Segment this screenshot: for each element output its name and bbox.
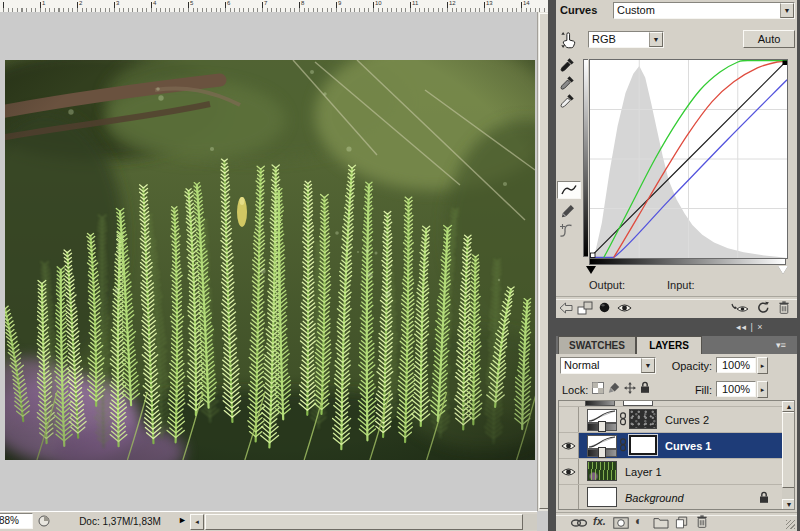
eye-icon <box>561 467 576 477</box>
layer-name[interactable]: Layer 1 <box>625 466 662 478</box>
visibility-toggle[interactable] <box>559 407 579 432</box>
targeted-adjustment-tool[interactable] <box>558 30 578 50</box>
edit-points-tool[interactable] <box>557 181 581 199</box>
black-point-eyedropper-icon[interactable] <box>559 57 575 73</box>
horizontal-scrollbar[interactable] <box>205 514 537 530</box>
ruler-number: 7 <box>264 0 267 6</box>
layer-name[interactable]: Curves 2 <box>665 414 709 426</box>
eye-icon <box>561 441 576 451</box>
fill-spinner[interactable]: ▸ <box>757 381 768 398</box>
auto-button-label: Auto <box>758 33 781 45</box>
layers-scroll-down[interactable]: ▼ <box>782 499 795 510</box>
layer-mask-link-icon[interactable] <box>619 412 627 426</box>
chevron-down-icon[interactable]: ▼ <box>649 32 663 47</box>
layer-thumbnail[interactable] <box>587 487 617 507</box>
tab-swatches-label: SWATCHES <box>569 340 625 351</box>
layers-scrollbar-thumb[interactable] <box>782 412 795 488</box>
new-adjustment-layer-button[interactable]: ◐ <box>635 514 642 528</box>
lock-label: Lock: <box>562 384 588 396</box>
layers-list: Curves 2 Curves 1 <box>558 400 795 510</box>
layer-style-button[interactable]: fx. <box>593 515 606 527</box>
visibility-eye-icon[interactable] <box>617 303 632 313</box>
curves-preset-select[interactable]: Custom ▼ <box>613 2 795 19</box>
highlight-input-slider[interactable] <box>778 266 788 274</box>
panel-resize-grip[interactable] <box>786 520 795 529</box>
new-layer-button[interactable] <box>675 516 688 529</box>
status-bar: 88% Doc: 1,37M/1,83M ► ◂ <box>0 511 537 531</box>
input-gradient-ramp <box>589 258 786 265</box>
layer-lock-icon <box>759 491 769 504</box>
new-group-button[interactable] <box>653 517 669 529</box>
add-layer-mask-button[interactable] <box>613 517 629 529</box>
document-canvas-image[interactable] <box>5 60 535 460</box>
layer-row-curves-1[interactable]: Curves 1 <box>559 433 782 459</box>
smooth-curve-tool[interactable] <box>558 223 574 237</box>
fill-field[interactable]: 100% <box>716 381 756 397</box>
ruler-number: 13 <box>486 0 493 6</box>
auto-button[interactable]: Auto <box>743 30 795 48</box>
view-previous-state-button[interactable] <box>731 301 749 313</box>
white-point-eyedropper-icon[interactable] <box>559 93 575 109</box>
ruler-number: 1 <box>42 0 45 6</box>
horizontal-scrollbar-thumb[interactable] <box>205 514 523 530</box>
chevron-down-icon[interactable]: ▼ <box>780 3 794 18</box>
lock-transparency-icon[interactable] <box>592 382 604 394</box>
hscroll-left-button[interactable]: ◂ <box>190 514 204 530</box>
lock-all-icon[interactable] <box>640 381 650 394</box>
ruler-number: 2 <box>79 0 82 6</box>
layer-row-layer-1[interactable]: Layer 1 <box>559 459 782 485</box>
ruler-number: 4 <box>153 0 156 6</box>
toggle-layer-visibility-button[interactable] <box>599 302 610 313</box>
layers-scroll-up[interactable]: ▲ <box>782 401 795 412</box>
blend-mode-value: Normal <box>561 358 641 373</box>
return-to-adjustment-list-button[interactable] <box>559 302 573 314</box>
layer-name[interactable]: Background <box>625 492 684 504</box>
layer-row-background[interactable]: Background <box>559 485 782 510</box>
output-label: Output: <box>589 279 625 291</box>
status-menu-arrow[interactable]: ► <box>178 515 187 525</box>
chevron-down-icon[interactable]: ▼ <box>641 358 655 373</box>
opacity-field[interactable]: 100% <box>716 357 756 373</box>
clip-to-layer-button[interactable] <box>577 301 593 315</box>
layer-name[interactable]: Curves 1 <box>665 440 711 452</box>
visibility-toggle[interactable] <box>559 433 579 458</box>
tab-swatches[interactable]: SWATCHES <box>558 336 636 354</box>
blend-mode-select[interactable]: Normal ▼ <box>560 357 656 374</box>
layer-thumbnail[interactable] <box>587 461 617 481</box>
layer-mask-thumbnail[interactable] <box>629 435 657 455</box>
lock-paint-icon[interactable] <box>608 382 620 394</box>
doc-size-readout: Doc: 1,37M/1,83M <box>60 516 180 527</box>
layers-scrollbar[interactable]: ▲ ▼ <box>782 401 795 510</box>
ruler-number: 3 <box>116 0 119 6</box>
visibility-toggle[interactable] <box>559 485 579 510</box>
panel-group-controls[interactable]: ◂◂ | × <box>736 322 764 332</box>
channel-select[interactable]: RGB ▼ <box>588 31 664 48</box>
zoom-level-field[interactable]: 88% <box>0 513 33 529</box>
visibility-toggle[interactable] <box>559 459 579 484</box>
lock-move-icon[interactable] <box>624 382 636 394</box>
panel-menu-icon[interactable]: ▾≡ <box>776 340 786 350</box>
draw-curve-pencil-tool[interactable] <box>560 203 576 219</box>
ruler-number: 14 <box>523 0 530 6</box>
shadow-input-slider[interactable] <box>586 266 596 274</box>
gray-point-eyedropper-icon[interactable] <box>559 75 575 91</box>
curves-preset-value: Custom <box>614 3 780 18</box>
opacity-spinner[interactable]: ▸ <box>757 357 768 374</box>
delete-adjustment-button[interactable] <box>778 300 790 315</box>
layer-mask-thumbnail[interactable] <box>629 409 657 429</box>
delete-layer-button[interactable] <box>696 514 708 529</box>
reset-adjustment-button[interactable] <box>757 301 770 314</box>
fill-label: Fill: <box>674 384 712 396</box>
layer-row-curves-2[interactable]: Curves 2 <box>559 407 782 433</box>
curves-adjustment-thumbnail[interactable] <box>587 435 617 456</box>
layer-mask-link-icon[interactable] <box>619 438 627 452</box>
ruler-number: 11 <box>412 0 418 6</box>
curve-point-icon <box>560 184 578 196</box>
input-label: Input: <box>667 279 695 291</box>
zoom-level-value: 88% <box>0 515 19 526</box>
link-layers-button[interactable] <box>570 518 588 528</box>
curves-adjustment-thumbnail[interactable] <box>587 409 617 430</box>
tab-layers[interactable]: LAYERS <box>636 336 702 354</box>
curves-chart[interactable] <box>589 59 788 259</box>
panel-tab-bar: SWATCHES LAYERS ▾≡ <box>556 336 797 354</box>
